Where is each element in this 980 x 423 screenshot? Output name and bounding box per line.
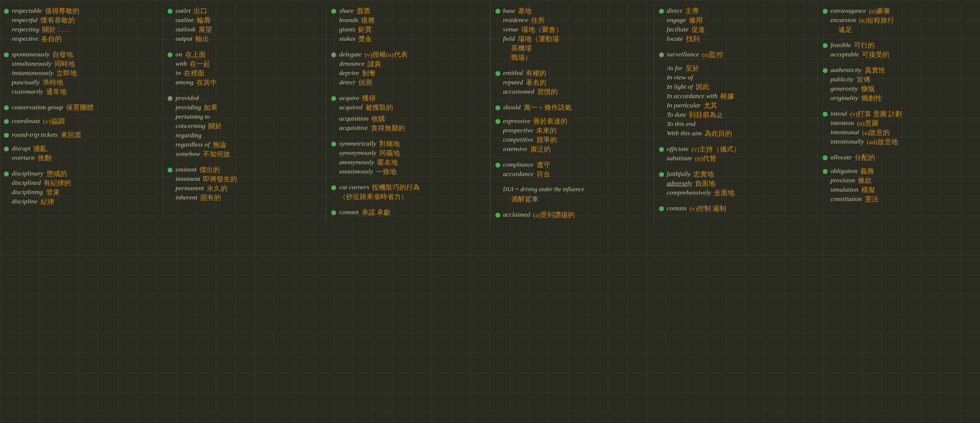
compliance-group: compliance 遵守 accordance 符合 [495,161,649,179]
list-item: synonymously 同義地 [339,149,485,158]
list-item: generosity 慷慨 [831,85,976,94]
list-item: As for 至於 [667,64,812,73]
list-item: reputed 著名的 [503,78,649,87]
list-item: imminent 即將發生的 [175,175,321,184]
list-item: disciplined 有紀律的 [12,179,157,188]
column-separator [326,4,326,224]
bullet-dot [168,9,172,14]
bullet-dot [331,9,336,14]
faithfully-group: faithfully 忠實地 adversely 負面地 comprehensi… [659,170,812,198]
bullet-dot [823,68,828,73]
list-item: constitution 憲法 [831,195,976,204]
list-item: discipline 紀律 [12,198,157,206]
bullet-dot-gray [331,52,336,57]
list-item: direct 主導 [659,7,812,16]
column-separator [162,4,163,224]
bullet-dot [495,213,500,218]
delegate-group: delegate (v)授權(n)代表 denounce 譴責 deprive … [331,50,485,87]
list-item: detect 偵測 [339,78,485,87]
bullet-dot [331,96,336,101]
list-item: respectable 值得尊敬的 [4,7,157,16]
bullet-dot [4,9,9,14]
list-item: originality 獨創性 [831,94,976,103]
list-item: base 基地 [495,7,649,16]
list-item: faithfully 忠實地 [659,170,812,179]
list-item: customarily 通常地 [12,88,157,97]
list-item: provision 條款 [831,176,976,185]
list-item: intention (n)意圖 [831,119,976,128]
list-item: outline 輪廓 [175,16,321,25]
list-item: acquire 獲得 [331,94,485,103]
list-item: accustomed 習慣的 [503,88,649,97]
list-item: should 萬一 + 條件語氣 [495,103,649,112]
bullet-dot [4,52,9,57]
bullet-dot [4,105,9,110]
list-item: In view of [667,74,812,82]
authenticity-group: authenticity 真實性 publicity 宣傳 generosity… [823,66,976,103]
list-item: on 在上面 [168,50,321,59]
bullet-dot [495,71,500,76]
list-item: commit 承諾 承獻 [331,208,485,217]
bullet-dot [659,206,664,211]
list-item: regardless of 無論 [175,141,321,149]
list-item: coordinate (v)協調 [4,117,157,126]
list-item: disrupt 擾亂 [4,145,157,153]
column-4: base 基地 residence 住所 venue 場地（聚會） field … [491,4,653,224]
list-item: To this end [667,120,812,129]
list-item: adversely 負面地 [667,179,812,188]
disrupt-group: disrupt 擾亂 overturn 推翻 [4,145,157,163]
list-item: overturn 推翻 [12,154,157,163]
list-item: acquired 被獲取的 [339,103,485,112]
list-item: intentional (a)故意的 [831,128,976,137]
list-item: round-trip tickets 來回票 [4,131,157,140]
list-item: publicity 宣傳 [831,75,976,84]
list-item: inherent 固有的 [175,194,321,202]
bullet-dot [4,133,9,138]
feasible-group: feasible 可行的 acceptable 可接受的 [823,41,976,59]
acquire-group: acquire 獲得 acquired 被獲取的 acquisition 收購 … [331,94,485,133]
symmetrically-group: symmetrically 對稱地 synonymously 同義地 anony… [331,140,485,176]
dui-group: DUI = driving under the influence 酒醉駕車 [495,186,649,204]
list-item: cut corners 投機取巧的行為 [331,183,485,192]
share-group: share 股票 bounds 後務 giants 鉅賈 stakes 獎金 [331,7,485,44]
cut-corners-group: cut corners 投機取巧的行為 （抄近路來省時省力） [331,183,485,201]
column-6: extravagance (n)豪奢 excursion (n)短程旅行 遠足 … [819,4,980,224]
bullet-dot-gray [168,96,172,101]
list-item: respecting 關於 …… [12,25,157,34]
intend-group: intend (v)打算 意圖 計劃 intention (n)意圖 inten… [823,110,976,147]
list-item: outlet 出口 [168,7,321,16]
list-item: share 股票 [331,7,485,16]
list-item: DUI = driving under the influence [503,186,649,195]
bullet-dot [4,172,9,176]
column-separator [817,4,818,224]
list-item: venue 場地（聚會） [503,25,649,34]
bullet-dot [823,155,828,160]
officiate-group: officiate (v)主持（儀式） substitute (n)代替 [659,145,812,163]
list-item: field 場地（運動場 [503,35,649,44]
list-item: acquisitive 貪得無厭的 [339,124,485,133]
list-item: In light of 因此 [667,83,812,92]
list-item: delegate (v)授權(n)代表 [331,50,485,59]
vocabulary-content: respectable 值得尊敬的 respectful 懷有恭敬的 respe… [0,0,980,227]
bullet-dot [495,9,500,14]
list-item: allocate 分配的 [823,153,976,162]
outlet-group: outlet 出口 outline 輪廓 outlook 展望 output 輸… [168,7,321,44]
list-item: somehow 不知何故 [175,150,321,159]
list-item: residence 住所 [503,16,649,25]
list-item: expressive 善於表達的 [495,117,649,126]
list-item: entitled 有權的 [495,69,649,78]
list-item: intend (v)打算 意圖 計劃 [823,110,976,119]
list-item: intentionally (ad)故意地 [831,138,976,147]
list-item: engage 僱用 [667,16,812,25]
list-item: faciliate 促進 [667,25,812,34]
list-item: 英機場 [503,44,649,53]
list-item: bounds 後務 [339,16,485,25]
list-item: concerning 關於 [175,122,321,131]
spontaneously-group: spontaneously 自發地 simultaneously 同時地 ins… [4,50,157,97]
bullet-dot [495,105,500,110]
bullet-dot [659,9,664,14]
bullet-dot [659,172,664,177]
list-item: accordance 符合 [503,170,649,179]
list-item: symmetrically 對稱地 [331,140,485,149]
provided-group: provided providing 如果 pertaining to conc… [168,94,321,159]
